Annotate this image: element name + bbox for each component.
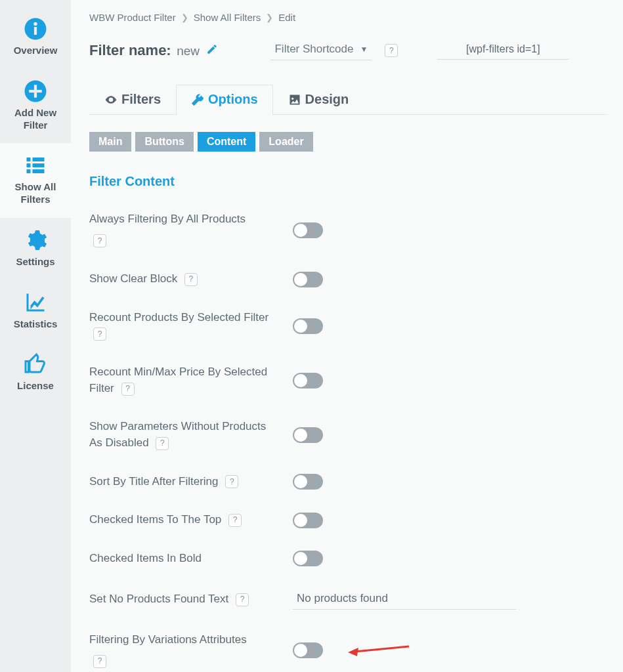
toggle-checked-top[interactable]: [293, 513, 323, 528]
breadcrumb-item[interactable]: Show All Filters: [194, 12, 261, 23]
chevron-right-icon: ❯: [181, 12, 188, 22]
toggle-variations-attributes[interactable]: [293, 642, 323, 658]
sidebar-item-label: Show All Filters: [4, 181, 67, 206]
gear-icon: [22, 227, 49, 253]
main-content: WBW Product Filter ❯ Show All Filters ❯ …: [71, 0, 623, 672]
svg-rect-5: [29, 90, 42, 93]
eye-icon: [104, 93, 118, 106]
option-label: Recount Min/Max Price By Selected Filter…: [89, 364, 277, 396]
filter-name-label: Filter name:: [89, 42, 171, 58]
image-icon: [288, 93, 301, 106]
option-label: Show Parameters Without Products As Disa…: [89, 419, 277, 451]
option-row: Recount Min/Max Price By Selected Filter…: [89, 364, 607, 396]
option-row: Filtering By Variations Attributes ?: [89, 632, 607, 669]
option-label: Filtering By Variations Attributes ?: [89, 632, 277, 669]
subtab-content[interactable]: Content: [198, 132, 255, 152]
toggle-show-disabled-params[interactable]: [293, 427, 323, 443]
tab-label: Filters: [121, 92, 161, 107]
sidebar-item-add-new-filter[interactable]: Add New Filter: [0, 69, 71, 144]
help-icon[interactable]: ?: [225, 475, 238, 488]
filter-name-value: new: [177, 44, 200, 58]
sidebar-item-label: Add New Filter: [4, 107, 67, 132]
svg-rect-8: [27, 163, 31, 167]
toggle-show-clear-block[interactable]: [293, 272, 323, 287]
option-row: Show Clear Block ?: [89, 271, 607, 287]
svg-rect-9: [33, 163, 45, 167]
svg-point-2: [33, 22, 37, 26]
no-products-text-input[interactable]: [293, 589, 516, 610]
chevron-down-icon: ▼: [360, 45, 368, 54]
annotation-arrow-icon: [347, 640, 412, 661]
breadcrumb: WBW Product Filter ❯ Show All Filters ❯ …: [89, 12, 607, 23]
option-row: Checked Items To The Top ?: [89, 512, 607, 528]
toggle-recount-minmax[interactable]: [293, 373, 323, 388]
option-row: Recount Products By Selected Filter ?: [89, 310, 607, 342]
shortcode-select[interactable]: Filter Shortcode ▼: [270, 40, 372, 60]
breadcrumb-item: Edit: [278, 12, 295, 23]
svg-rect-11: [33, 169, 45, 173]
sidebar-item-statistics[interactable]: Statistics: [0, 280, 71, 343]
tab-design[interactable]: Design: [273, 85, 364, 115]
svg-rect-10: [27, 169, 31, 173]
top-tabs: Filters Options Design: [89, 84, 607, 115]
sidebar-item-license[interactable]: License: [0, 342, 71, 404]
breadcrumb-item[interactable]: WBW Product Filter: [89, 12, 176, 23]
subtab-main[interactable]: Main: [89, 132, 131, 152]
option-row: Always Filtering By All Products ?: [89, 211, 607, 249]
tab-label: Design: [305, 92, 349, 107]
plus-circle-icon: [22, 78, 49, 104]
option-label: Set No Products Found Text ?: [89, 591, 277, 608]
toggle-sort-by-title[interactable]: [293, 474, 323, 490]
sidebar-item-label: Settings: [16, 256, 54, 268]
help-icon[interactable]: ?: [385, 44, 398, 57]
sidebar: Overview Add New Filter Show All Filters…: [0, 0, 71, 672]
toggle-recount-products[interactable]: [293, 318, 323, 334]
tab-label: Options: [208, 92, 258, 107]
section-title: Filter Content: [89, 174, 607, 189]
option-row: Sort By Title After Filtering ?: [89, 474, 607, 490]
option-label: Recount Products By Selected Filter ?: [89, 310, 277, 342]
sidebar-item-settings[interactable]: Settings: [0, 218, 71, 280]
help-icon[interactable]: ?: [228, 514, 242, 527]
sidebar-item-overview[interactable]: Overview: [0, 7, 71, 69]
option-row: Show Parameters Without Products As Disa…: [89, 419, 607, 451]
info-icon: [22, 16, 49, 42]
list-icon: [22, 152, 49, 178]
sidebar-item-show-all-filters[interactable]: Show All Filters: [0, 143, 71, 218]
svg-rect-6: [27, 158, 31, 161]
option-label: Checked Items In Bold: [89, 551, 277, 567]
toggle-checked-bold[interactable]: [293, 551, 323, 566]
pencil-icon[interactable]: [206, 46, 218, 57]
sidebar-item-label: Statistics: [14, 318, 58, 331]
option-label: Sort By Title After Filtering ?: [89, 474, 277, 490]
header-row: Filter name: new Filter Shortcode ▼ ? [w…: [89, 40, 607, 60]
wrench-icon: [191, 93, 204, 106]
shortcode-value[interactable]: [wpf-filters id=1]: [437, 41, 569, 60]
toggle-always-filtering[interactable]: [293, 222, 323, 238]
svg-marker-13: [348, 648, 358, 656]
option-row: Checked Items In Bold: [89, 551, 607, 567]
help-icon[interactable]: ?: [121, 383, 135, 396]
sub-tabs: Main Buttons Content Loader: [89, 132, 607, 152]
sidebar-item-label: License: [17, 380, 54, 392]
help-icon[interactable]: ?: [93, 234, 106, 247]
option-label: Show Clear Block ?: [89, 271, 277, 287]
chart-line-icon: [22, 289, 49, 316]
subtab-loader[interactable]: Loader: [259, 132, 312, 152]
svg-line-12: [354, 646, 409, 652]
svg-rect-7: [33, 158, 45, 161]
option-label: Always Filtering By All Products ?: [89, 211, 277, 249]
help-icon[interactable]: ?: [156, 437, 169, 450]
sidebar-item-label: Overview: [14, 45, 58, 57]
tab-filters[interactable]: Filters: [89, 85, 176, 115]
subtab-buttons[interactable]: Buttons: [135, 132, 193, 152]
help-icon[interactable]: ?: [236, 593, 249, 606]
option-row: Set No Products Found Text ?: [89, 589, 607, 610]
help-icon[interactable]: ?: [184, 273, 198, 286]
tab-options[interactable]: Options: [176, 85, 273, 115]
option-label: Checked Items To The Top ?: [89, 512, 277, 528]
svg-rect-1: [34, 27, 37, 35]
help-icon[interactable]: ?: [93, 655, 106, 668]
thumbs-up-icon: [22, 351, 49, 377]
help-icon[interactable]: ?: [93, 327, 106, 341]
